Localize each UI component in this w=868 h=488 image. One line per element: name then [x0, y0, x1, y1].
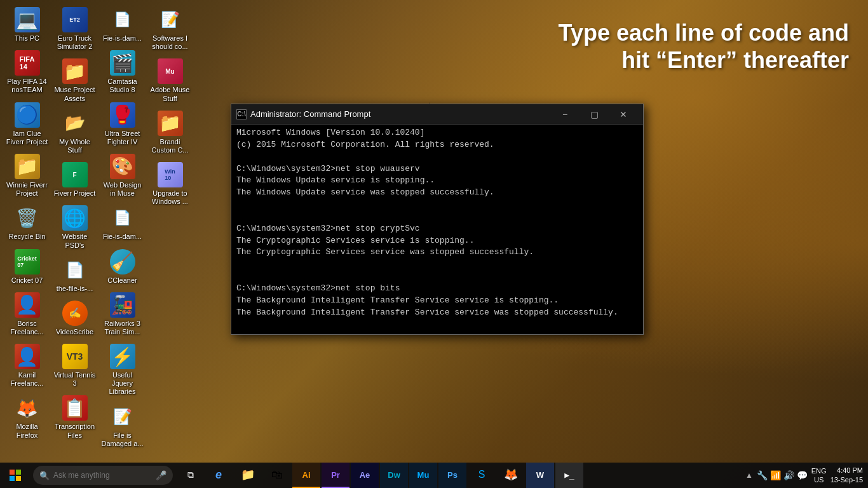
fiedamn2-label: Fie-is-dam... [103, 233, 142, 241]
upgrade-label: Upgrade toWindows ... [152, 189, 188, 206]
desktop-icon-the-file[interactable]: 📄 the-file-is-... [51, 254, 98, 297]
svg-rect-0 [10, 470, 15, 475]
usf4-label: Ultra StreetFighter IV [105, 130, 140, 146]
desktop-icon-clue[interactable]: 🔵 Iam ClueFiverr Project [3, 98, 51, 150]
desktop-icon-fiedamn[interactable]: 📄 Fie-is-dam... [98, 3, 146, 46]
search-bar[interactable]: 🔍 🎤 [33, 466, 173, 485]
kamil-label: KamilFreelanc... [11, 371, 44, 388]
desktop-icon-wholestuff[interactable]: 📂 My WholeStuff [51, 107, 98, 158]
ccleaner-icon: 🧹 [110, 249, 135, 274]
adobe-muse-label: Adobe MuseStuff [151, 86, 190, 102]
kamil-icon: 👤 [15, 344, 40, 369]
desktop-icon-camtasia[interactable]: 🎬 CamtasiaStudio 8 [98, 46, 146, 98]
wifi-icon[interactable]: 📶 [770, 470, 781, 480]
task-view-button[interactable]: ⧉ [178, 463, 203, 488]
desktop-icon-fiverr-project[interactable]: F Fiverr Project [51, 158, 98, 201]
desktop-icon-jquery[interactable]: ⚡ Useful JqueryLibraries [98, 340, 146, 400]
cmd-close-button[interactable]: ✕ [609, 105, 638, 124]
desktop-icon-recycle[interactable]: 🗑️ Recycle Bin [3, 201, 51, 245]
desktop-icon-cricket[interactable]: Cricket07 Cricket 07 [3, 245, 51, 288]
desktop-icon-ccleaner[interactable]: 🧹 CCleaner [98, 245, 146, 288]
desktop-icon-usf4[interactable]: 🥊 Ultra StreetFighter IV [98, 98, 146, 150]
cmd-window[interactable]: C:\ Administrator: Command Prompt − ▢ ✕ … [231, 104, 644, 335]
network-icon[interactable]: 🔧 [757, 470, 768, 480]
eurotruck-icon: ET2 [62, 7, 88, 32]
desktop-icon-fiedamn2[interactable]: 📄 Fie-is-dam... [98, 201, 146, 245]
system-clock[interactable]: 4:40 PM 13-Sep-15 [831, 466, 863, 485]
desktop-icon-webdesign-muse[interactable]: 🎨 Web Designin Muse [98, 150, 146, 201]
taskbar: 🔍 🎤 ⧉ e 📁 🛍 Ai Pr Ae [0, 463, 868, 488]
desktop-icon-borisc[interactable]: 👤 BoriscFreelanc... [3, 288, 51, 340]
brandi-icon: 📁 [158, 111, 183, 136]
taskbar-word[interactable]: W [526, 463, 554, 488]
desktop-icon-brandi[interactable]: 📁 BrandiCustom C... [146, 107, 194, 158]
desktop-icon-kamil[interactable]: 👤 KamilFreelanc... [3, 340, 51, 391]
desktop-icon-filedam[interactable]: 📝 File isDamaged a... [98, 400, 146, 452]
desktop-icon-upgrade[interactable]: Win10 Upgrade toWindows ... [146, 158, 194, 210]
desktop-icon-railworks[interactable]: 🚂 Railworks 3Train Sim... [98, 288, 146, 340]
desktop-icon-firefox[interactable]: 🦊 MozillaFirefox [3, 391, 51, 443]
borisc-icon: 👤 [15, 292, 40, 318]
desktop-icon-winnie[interactable]: 📁 Winnie FiverrProject [3, 150, 51, 201]
wholestuff-label: My WholeStuff [59, 138, 90, 154]
desktop-icon-this-pc[interactable]: 💻 This PC [3, 3, 51, 46]
taskbar-after-effects[interactable]: Ae [351, 463, 379, 488]
railworks-icon: 🚂 [110, 292, 135, 318]
search-input[interactable] [53, 471, 152, 480]
taskbar-store[interactable]: 🛍 [263, 463, 291, 488]
desktop-icon-website-psd[interactable]: 🌐 WebsitePSD's [51, 201, 98, 253]
cmd-window-controls: − ▢ ✕ [550, 105, 638, 124]
filedam-label: File isDamaged a... [101, 431, 143, 448]
firefox-icon: 🦊 [15, 395, 40, 421]
desktop-icon-muse-assets[interactable]: 📁 Muse ProjectAssets [51, 55, 98, 106]
taskbar-edge[interactable]: e [205, 463, 233, 488]
microphone-icon[interactable]: 🎤 [156, 470, 166, 480]
taskbar-muse[interactable]: Mu [409, 463, 437, 488]
windows-logo-icon [10, 470, 21, 481]
fiedamn2-icon: 📄 [110, 205, 135, 231]
eurotruck-label: Euro TruckSimulator 2 [57, 34, 93, 51]
fifa-label: Play FIFA 14nosTEAM [7, 78, 46, 94]
start-button[interactable] [0, 463, 31, 488]
language-indicator[interactable]: ENG US [811, 466, 827, 485]
cmd-titlebar: C:\ Administrator: Command Prompt − ▢ ✕ [231, 104, 643, 125]
taskbar-cmd[interactable]: ▶_ [555, 463, 583, 488]
firefox-label: MozillaFirefox [16, 423, 37, 439]
desktop-icon-eurotruck[interactable]: ET2 Euro TruckSimulator 2 [51, 3, 98, 55]
annotation-text: Type each line of code and hit “Enter” t… [559, 19, 849, 74]
cmd-title-section: C:\ Administrator: Command Prompt [236, 109, 370, 119]
taskbar-right-area: ▲ 🔧 📶 🔊 💬 ENG US 4:40 PM 13-Sep-15 [740, 463, 868, 488]
cmd-maximize-button[interactable]: ▢ [580, 105, 609, 124]
taskbar-illustrator[interactable]: Ai [292, 463, 320, 488]
this-pc-icon: 💻 [15, 7, 40, 32]
notification-area: 🔧 📶 🔊 💬 [757, 470, 808, 480]
the-file-icon: 📄 [62, 257, 88, 283]
taskbar-firefox[interactable]: 🦊 [497, 463, 525, 488]
cmd-output[interactable]: Microsoft Windows [Version 10.0.10240] (… [231, 125, 643, 334]
taskbar-skype[interactable]: S [468, 463, 496, 488]
ccleaner-label: CCleaner [107, 276, 137, 285]
show-hidden-icons-button[interactable]: ▲ [745, 471, 753, 480]
volume-icon[interactable]: 🔊 [783, 470, 794, 480]
taskbar-premiere[interactable]: Pr [322, 463, 349, 488]
action-center-icon[interactable]: 💬 [797, 470, 808, 480]
muse-assets-label: Muse ProjectAssets [54, 86, 95, 102]
winnie-label: Winnie FiverrProject [6, 181, 48, 198]
brandi-label: BrandiCustom C... [151, 138, 188, 154]
desktop-icon-softwares[interactable]: 📝 Softwares Ishould co... [146, 3, 194, 55]
taskbar-explorer[interactable]: 📁 [234, 463, 262, 488]
cmd-minimize-button[interactable]: − [550, 105, 580, 124]
desktop-icon-fifa[interactable]: FIFA14 Play FIFA 14nosTEAM [3, 46, 51, 98]
taskbar-dreamweaver[interactable]: Dw [380, 463, 408, 488]
website-psd-label: WebsitePSD's [62, 233, 88, 249]
desktop-icon-videoscribe[interactable]: ✍ VideoScribe [51, 297, 98, 340]
desktop-icon-vt3[interactable]: VT3 Virtual Tennis3 [51, 340, 98, 391]
transcription-label: TranscriptionFiles [55, 423, 95, 439]
svg-rect-3 [16, 476, 21, 481]
webdesign-muse-icon: 🎨 [110, 154, 135, 179]
desktop-icon-transcription[interactable]: 📋 TranscriptionFiles [51, 391, 98, 443]
taskbar-photoshop[interactable]: Ps [438, 463, 466, 488]
cricket-label: Cricket 07 [11, 276, 43, 285]
desktop-icon-adobe-muse[interactable]: Mu Adobe MuseStuff [146, 55, 194, 106]
jquery-icon: ⚡ [110, 344, 135, 369]
